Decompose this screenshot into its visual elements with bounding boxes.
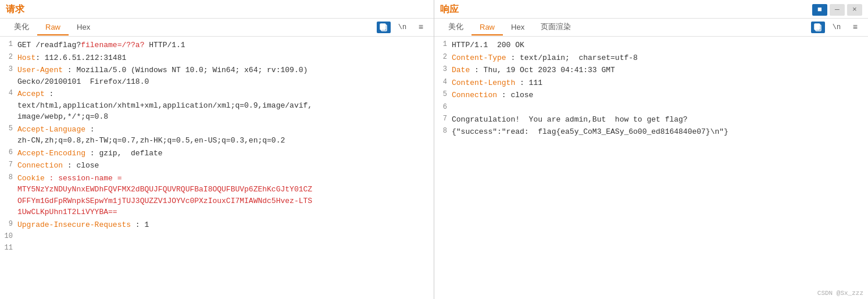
- request-panel: 请求 美化 Raw Hex \n ≡ 1GET /readflag?filena…: [0, 0, 434, 299]
- line-number: 3: [434, 65, 452, 73]
- copy-icon-req[interactable]: [377, 22, 391, 33]
- menu-icon-res[interactable]: ≡: [848, 22, 862, 33]
- watermark: CSDN @Sx_zzz: [817, 290, 863, 297]
- tab-beautify-req[interactable]: 美化: [6, 19, 37, 36]
- table-row: 2Host: 112.6.51.212:31481: [0, 52, 434, 65]
- request-tabs: 美化 Raw Hex \n ≡: [0, 19, 434, 37]
- line-content: HTTP/1.1 200 OK: [452, 40, 868, 51]
- tab-raw-req[interactable]: Raw: [37, 20, 69, 35]
- line-content: Cookie : session-name = MTY5NzYzNDUyNnxE…: [17, 173, 434, 218]
- line-content: User-Agent : Mozilla/5.0 (Windows NT 10.…: [17, 65, 434, 87]
- line-content: Content-Type : text/plain; charset=utf-8: [452, 52, 868, 64]
- tab-beautify-res[interactable]: 美化: [440, 19, 471, 36]
- table-row: 1HTTP/1.1 200 OK: [434, 39, 868, 52]
- line-number: 5: [0, 124, 17, 133]
- svg-rect-3: [815, 24, 820, 30]
- close-icon[interactable]: ×: [847, 4, 862, 16]
- tab-hex-req[interactable]: Hex: [69, 20, 98, 35]
- table-row: 5Accept-Language : zh-CN,zh;q=0.8,zh-TW;…: [0, 123, 434, 147]
- table-row: 6Accept-Encoding : gzip, deflate: [0, 147, 434, 160]
- line-number: 6: [434, 102, 452, 111]
- response-panel: 响应 ■ — × 美化 Raw Hex 页面渲染 \n ≡: [434, 0, 868, 299]
- line-content: GET /readflag?filename=/??a? HTTP/1.1: [17, 40, 434, 51]
- request-title: 请求: [6, 3, 24, 16]
- newline-icon-req[interactable]: \n: [395, 22, 409, 33]
- window-controls: ■ — ×: [812, 4, 862, 16]
- svg-rect-1: [380, 24, 385, 30]
- table-row: 3Date : Thu, 19 Oct 2023 04:41:33 GMT: [434, 64, 868, 77]
- minimize-icon[interactable]: —: [830, 4, 845, 16]
- tab-render-res[interactable]: 页面渲染: [533, 19, 579, 36]
- table-row: 3User-Agent : Mozilla/5.0 (Windows NT 10…: [0, 64, 434, 88]
- line-number: 9: [0, 219, 17, 228]
- table-row: 7Connection : close: [0, 159, 434, 172]
- line-content: Accept : text/html,application/xhtml+xml…: [17, 88, 434, 123]
- line-content: Content-Length : 111: [452, 77, 868, 89]
- table-row: 2Content-Type : text/plain; charset=utf-…: [434, 52, 868, 65]
- line-number: 7: [434, 114, 452, 123]
- response-header: 响应 ■ — ×: [434, 0, 868, 19]
- line-number: 5: [434, 90, 452, 98]
- line-number: 11: [0, 243, 17, 252]
- line-content: Connection : close: [17, 160, 434, 172]
- line-number: 3: [0, 65, 17, 73]
- line-content: {"success":"read: flag{ea5y_CoM3_EASy_6o…: [452, 126, 868, 138]
- response-code-area[interactable]: 1HTTP/1.1 200 OK2Content-Type : text/pla…: [434, 37, 868, 299]
- request-header: 请求: [0, 0, 434, 19]
- tab-raw-res[interactable]: Raw: [471, 20, 503, 35]
- line-content: Upgrade-Insecure-Requests : 1: [17, 219, 434, 231]
- line-content: Host: 112.6.51.212:31481: [17, 52, 434, 64]
- table-row: 10: [0, 231, 434, 243]
- line-number: 7: [0, 160, 17, 169]
- table-row: 9Upgrade-Insecure-Requests : 1: [0, 219, 434, 232]
- table-row: 1GET /readflag?filename=/??a? HTTP/1.1: [0, 39, 434, 52]
- table-row: 8Cookie : session-name = MTY5NzYzNDUyNnx…: [0, 172, 434, 219]
- line-content: Date : Thu, 19 Oct 2023 04:41:33 GMT: [452, 65, 868, 76]
- table-row: 8{"success":"read: flag{ea5y_CoM3_EASy_6…: [434, 126, 868, 138]
- request-code-area[interactable]: 1GET /readflag?filename=/??a? HTTP/1.12H…: [0, 37, 434, 299]
- table-row: 4Content-Length : 111: [434, 77, 868, 90]
- menu-icon-req[interactable]: ≡: [414, 22, 428, 33]
- line-content: Connection : close: [452, 90, 868, 101]
- line-number: 2: [0, 52, 17, 61]
- table-row: 11: [0, 243, 434, 254]
- response-title: 响应: [440, 3, 459, 16]
- line-content: Accept-Language : zh-CN,zh;q=0.8,zh-TW;q…: [17, 124, 434, 147]
- line-content: Accept-Encoding : gzip, deflate: [17, 148, 434, 159]
- line-number: 8: [0, 173, 17, 181]
- tab-hex-res[interactable]: Hex: [503, 20, 533, 35]
- line-number: 1: [0, 40, 17, 48]
- copy-icon-res[interactable]: [811, 22, 825, 33]
- response-tabs: 美化 Raw Hex 页面渲染 \n ≡: [434, 19, 868, 37]
- table-row: 4Accept : text/html,application/xhtml+xm…: [0, 88, 434, 123]
- table-row: 5Connection : close: [434, 89, 868, 102]
- line-content: Congratulation! You are admin,But how to…: [452, 114, 868, 126]
- line-number: 1: [434, 40, 452, 48]
- maximize-icon[interactable]: ■: [812, 4, 827, 16]
- table-row: 7Congratulation! You are admin,But how t…: [434, 113, 868, 126]
- line-number: 10: [0, 232, 17, 240]
- line-number: 4: [434, 77, 452, 86]
- line-number: 4: [0, 88, 17, 97]
- newline-icon-res[interactable]: \n: [830, 22, 844, 33]
- line-number: 6: [0, 148, 17, 156]
- line-number: 2: [434, 52, 452, 61]
- table-row: 6: [434, 102, 868, 113]
- line-number: 8: [434, 126, 452, 135]
